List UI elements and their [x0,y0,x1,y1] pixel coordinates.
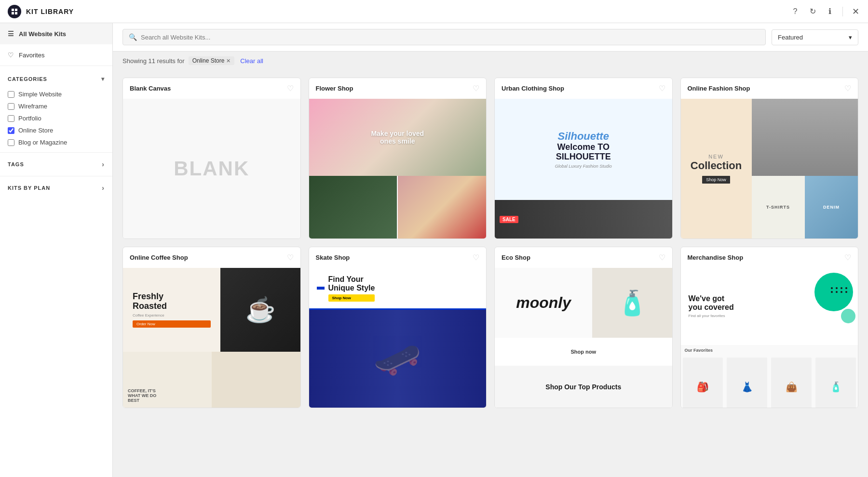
merch-dots [831,287,848,293]
coffee-bl2 [212,352,300,408]
merch-circle-2 [841,309,855,323]
eco-product-area: 🧴 [592,268,672,338]
merch-top: We've got you covered Find all your favo… [681,268,858,345]
app-logo [8,5,21,18]
fashion-preview: New Collection Shop Now T-SHIRTS [681,99,858,238]
coffee-img: ☕ [220,268,300,352]
merch-sub: Find all your favorites [689,314,762,318]
svg-rect-2 [12,12,14,14]
merch-favorites-label: Our Favorites [681,345,858,356]
tags-header[interactable]: TAGS › [8,160,105,168]
urban-clothing-preview: Silhouette Welcome TOSILHOUETTE Global L… [495,99,672,238]
merch-dot [831,287,833,289]
skate-find: Find Your [328,275,375,284]
merch-weve-text: We've got [689,294,762,303]
fashion-collection-label: Collection [691,159,742,172]
eco-preview: moonly 🧴 Shop now Shop Our Top Products [495,268,672,408]
kit-card-header: Blank Canvas ♡ [123,78,300,99]
urban-top: Silhouette Welcome TOSILHOUETTE Global L… [495,99,672,200]
skate-bottom: 🛹 [309,310,487,408]
coffee-freshly: Freshly [133,292,211,302]
fashion-left: New Collection Shop Now [681,99,752,238]
merch-dot [831,291,833,293]
category-wireframe-checkbox[interactable] [8,103,14,110]
category-online-store-checkbox[interactable] [8,127,14,134]
eco-product-icon: 🧴 [617,289,647,317]
eco-middle: Shop now [495,338,672,366]
coffee-roasted: Roasted [133,301,211,311]
category-blog-magazine-checkbox[interactable] [8,139,14,146]
merch-you-text: you covered [689,303,762,312]
kit-card-online-fashion[interactable]: Online Fashion Shop ♡ New Collection Sho… [680,78,859,239]
favorite-button[interactable]: ♡ [473,253,479,262]
merch-product-1: 🎒 [683,358,723,408]
categories-header[interactable]: CATEGORIES ▾ [8,76,105,82]
category-portfolio[interactable]: Portfolio [8,112,105,124]
blank-canvas-text: BLANK [174,157,249,180]
merch-dot [841,287,842,289]
search-icon: 🔍 [129,33,137,41]
category-simple-website[interactable]: Simple Website [8,88,105,100]
coffee-main: Freshly Roasted Coffee Experience Order … [123,268,300,352]
sort-dropdown[interactable]: Featured ▾ [772,29,858,45]
category-wireframe[interactable]: Wireframe [8,100,105,112]
favorite-button[interactable]: ♡ [287,253,294,262]
merch-product-4: 🧴 [815,358,856,408]
remove-filter-button[interactable]: ✕ [226,58,231,64]
plan-arrow: › [102,184,105,192]
sidebar-item-favorites[interactable]: ♡ Favorites [0,44,112,66]
eco-bottom: Shop Our Top Products [495,366,672,408]
category-blog-magazine[interactable]: Blog or Magazine [8,136,105,148]
kit-card-merchandise-shop[interactable]: Merchandise Shop ♡ We've got you covered… [680,247,859,408]
fashion-categories: T-SHIRTS DENIM [752,176,858,239]
urban-brand: Silhouette [558,130,609,143]
favorite-button[interactable]: ♡ [844,253,851,262]
plan-header[interactable]: KITS BY PLAN › [8,184,105,192]
search-input[interactable] [141,34,760,41]
fashion-tshirts: T-SHIRTS [752,176,805,239]
help-icon[interactable]: ? [790,7,800,16]
close-icon[interactable]: ✕ [851,7,860,16]
eco-top: moonly 🧴 [495,268,672,338]
merch-products-grid: 🎒 👗 👜 🧴 [681,356,858,408]
sync-icon[interactable]: ↻ [808,7,817,16]
fashion-shop-btn[interactable]: Shop Now [702,176,730,184]
skate-btn[interactable]: Shop Now [328,294,375,302]
svg-rect-3 [15,12,17,14]
info-icon[interactable]: ℹ [825,7,835,16]
skate-unique: Unique Style [328,284,375,292]
kit-card-skate-shop[interactable]: Skate Shop ♡ Find Your Unique Style Shop… [309,247,487,408]
clear-all-button[interactable]: Clear all [240,57,263,65]
favorite-button[interactable]: ♡ [473,84,479,93]
plan-section: KITS BY PLAN › [0,176,112,199]
kit-card-eco-shop[interactable]: Eco Shop ♡ moonly 🧴 [494,247,673,408]
kit-card-coffee-shop[interactable]: Online Coffee Shop ♡ Freshly Roasted Cof… [122,247,301,408]
flower-tagline: Make your lovedones smile [371,130,424,145]
sidebar-item-all-kits[interactable]: ☰ All Website Kits [0,23,112,44]
merch-dot [845,291,847,293]
category-simple-website-checkbox[interactable] [8,91,14,98]
skate-board-img: 🛹 [309,310,487,408]
favorite-button[interactable]: ♡ [844,84,851,93]
coffee-btn[interactable]: Order Now [133,320,211,328]
kit-card-urban-clothing[interactable]: Urban Clothing Shop ♡ Silhouette Welcome… [494,78,673,239]
favorite-button[interactable]: ♡ [659,253,665,262]
favorite-button[interactable]: ♡ [287,84,294,93]
flower-top: Make your lovedones smile [309,99,487,176]
fashion-new-label: New [691,154,742,159]
tags-arrow: › [102,160,105,168]
category-portfolio-checkbox[interactable] [8,115,14,122]
favorite-button[interactable]: ♡ [659,84,665,93]
kit-card-header: Skate Shop ♡ [309,247,487,268]
kit-card-blank-canvas[interactable]: Blank Canvas ♡ BLANK [122,78,301,239]
eco-brand: moonly [495,268,592,338]
content-area: 🔍 Featured ▾ Showing 11 results for Onli… [113,23,868,477]
eco-shop-now: Shop now [570,349,596,355]
category-online-store[interactable]: Online Store [8,124,105,136]
kits-grid: Blank Canvas ♡ BLANK Flower Shop ♡ [122,70,858,408]
kit-card-header: Urban Clothing Shop ♡ [495,78,672,99]
categories-arrow: ▾ [101,76,105,82]
kit-card-flower-shop[interactable]: Flower Shop ♡ Make your lovedones smile [309,78,487,239]
flower-shop-preview: Make your lovedones smile [309,99,487,238]
urban-sale-badge: SALE [500,216,518,223]
